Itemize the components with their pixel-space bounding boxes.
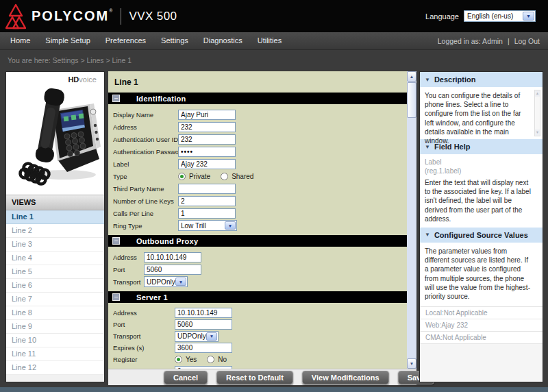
description-text: You can configure the details of phone l… xyxy=(420,87,543,139)
register-yes-radio[interactable] xyxy=(175,356,182,363)
number-of-line-keys-input[interactable] xyxy=(178,196,236,206)
field-label: Transport xyxy=(113,332,175,340)
sidebar-item-line-6[interactable]: Line 6 xyxy=(6,279,104,293)
description-scrollbar[interactable]: ▲ ▼ xyxy=(534,90,540,136)
expires-input[interactable] xyxy=(175,343,232,353)
scroll-down-icon[interactable]: ▼ xyxy=(407,358,416,369)
nav-simple-setup[interactable]: Simple Setup xyxy=(38,32,97,49)
server1-port-input[interactable] xyxy=(175,319,232,330)
field-help-param-id: (reg.1.label) xyxy=(425,167,531,176)
sidebar-item-line-2[interactable]: Line 2 xyxy=(6,224,104,238)
row-server-port: Port xyxy=(113,319,407,330)
row-address: Address xyxy=(113,121,407,133)
scroll-up-icon[interactable]: ▲ xyxy=(407,71,416,82)
dropdown-arrow-icon[interactable]: ▼ xyxy=(206,332,217,341)
radio-label: Private xyxy=(189,173,210,180)
register-no-radio[interactable] xyxy=(207,356,214,363)
sidebar-item-line-3[interactable]: Line 3 xyxy=(6,238,104,252)
product-name: VVX 500 xyxy=(129,10,177,23)
field-label: Ring Type xyxy=(113,222,178,230)
auth-user-id-input[interactable] xyxy=(178,134,236,145)
row-label: Label xyxy=(113,158,407,170)
sidebar: HDvoice xyxy=(5,71,105,382)
section-header-identification: – Identification xyxy=(108,93,407,104)
language-value: English (en-us) xyxy=(467,12,513,20)
row-type: Type Private Shared xyxy=(113,170,407,182)
radio-label: Shared xyxy=(232,173,253,180)
sidebar-item-line-1[interactable]: Line 1 xyxy=(6,210,104,224)
logged-in-as: Logged in as: Admin xyxy=(438,37,503,45)
collapse-icon[interactable]: – xyxy=(112,237,120,245)
nav-utilities[interactable]: Utilities xyxy=(250,32,289,49)
sidebar-item-line-10[interactable]: Line 10 xyxy=(6,334,104,347)
sidebar-item-line-9[interactable]: Line 9 xyxy=(6,320,104,334)
cancel-button[interactable]: Cancel xyxy=(164,371,208,384)
proxy-address-input[interactable] xyxy=(144,252,201,262)
row-server-address: Address xyxy=(113,307,407,319)
row-auth-user-id: Authentication User ID xyxy=(113,133,407,145)
dropdown-arrow-icon[interactable]: ▼ xyxy=(225,221,236,230)
row-third-party-name: Third Party Name xyxy=(113,182,407,195)
sidebar-item-line-5[interactable]: Line 5 xyxy=(6,265,104,279)
address-input[interactable] xyxy=(178,122,236,132)
field-label: Transport xyxy=(113,278,144,286)
configured-source-values-header[interactable]: ▼ Configured Source Values xyxy=(420,228,543,243)
nav-preferences[interactable]: Preferences xyxy=(98,32,153,49)
collapse-icon[interactable]: – xyxy=(112,95,120,102)
main-panel: Line 1 – Identification Display Name Add… xyxy=(108,71,416,385)
third-party-name-input[interactable] xyxy=(178,184,236,194)
handset-cord xyxy=(21,164,49,184)
proxy-transport-select[interactable]: UDPOnly ▼ xyxy=(144,276,188,287)
field-label: Address xyxy=(113,309,175,317)
sidebar-item-line-12[interactable]: Line 12 xyxy=(6,361,104,375)
sidebar-item-line-7[interactable]: Line 7 xyxy=(6,293,104,306)
proxy-port-input[interactable] xyxy=(144,265,201,275)
auth-password-input[interactable] xyxy=(178,147,236,157)
main-scrollbar[interactable]: ▲ ▼ xyxy=(407,71,416,369)
row-number-of-line-keys: Number of Line Keys xyxy=(113,195,407,207)
scroll-down-icon[interactable]: ▼ xyxy=(535,130,540,136)
field-label: Register xyxy=(113,356,175,363)
server1-address-input[interactable] xyxy=(175,308,232,318)
bottom-strip xyxy=(0,387,548,392)
display-name-input[interactable] xyxy=(178,110,236,120)
language-area: Language English (en-us) ▼ xyxy=(425,10,536,22)
radio-label: Yes xyxy=(186,356,197,363)
scroll-up-icon[interactable]: ▲ xyxy=(535,90,540,97)
form-button-bar: Cancel Reset to Default View Modificatio… xyxy=(108,369,416,385)
field-label: Port xyxy=(113,266,144,273)
row-auth-password: Authentication Password xyxy=(113,145,407,158)
nav-diagnostics[interactable]: Diagnostics xyxy=(196,32,250,49)
nav-settings[interactable]: Settings xyxy=(153,32,196,49)
reset-to-default-button[interactable]: Reset to Default xyxy=(216,371,293,384)
field-label: Authentication User ID xyxy=(113,136,178,143)
type-shared-radio[interactable] xyxy=(221,173,228,180)
help-panel: ▼ Description You can configure the deta… xyxy=(419,71,543,382)
app-header: POLYCOM® VVX 500 Language English (en-us… xyxy=(0,0,548,32)
dropdown-arrow-icon[interactable]: ▼ xyxy=(523,12,534,21)
page: { "header": { "brand": "POLYCOM", "brand… xyxy=(0,0,548,392)
server1-transport-select[interactable]: UDPOnly ▼ xyxy=(175,331,219,342)
label-input[interactable] xyxy=(178,159,236,169)
breadcrumb: You are here: Settings > Lines > Line 1 xyxy=(0,50,548,71)
view-modifications-button[interactable]: View Modifications xyxy=(302,371,389,384)
type-private-radio[interactable] xyxy=(178,173,186,180)
dropdown-arrow-icon[interactable]: ▼ xyxy=(175,278,186,286)
calls-per-line-input[interactable] xyxy=(178,208,236,219)
row-proxy-port: Port xyxy=(113,263,407,275)
row-calls-per-line: Calls Per Line xyxy=(113,207,407,219)
field-label: Label xyxy=(113,160,178,168)
ring-type-select[interactable]: Low Trill ▼ xyxy=(178,220,237,231)
log-out-link[interactable]: Log Out xyxy=(514,37,540,45)
sources-text: The parameter values from different sour… xyxy=(420,243,543,305)
scrollbar-thumb[interactable] xyxy=(407,82,416,118)
sidebar-item-line-4[interactable]: Line 4 xyxy=(6,252,104,265)
field-label: Number of Line Keys xyxy=(113,197,178,205)
collapse-icon[interactable]: – xyxy=(112,293,120,301)
nav-home[interactable]: Home xyxy=(3,32,38,49)
language-select[interactable]: English (en-us) ▼ xyxy=(464,10,536,22)
sidebar-item-line-8[interactable]: Line 8 xyxy=(6,306,104,320)
sidebar-item-line-11[interactable]: Line 11 xyxy=(6,347,104,361)
description-header[interactable]: ▼ Description xyxy=(420,72,543,87)
page-title: Line 1 xyxy=(108,71,407,93)
